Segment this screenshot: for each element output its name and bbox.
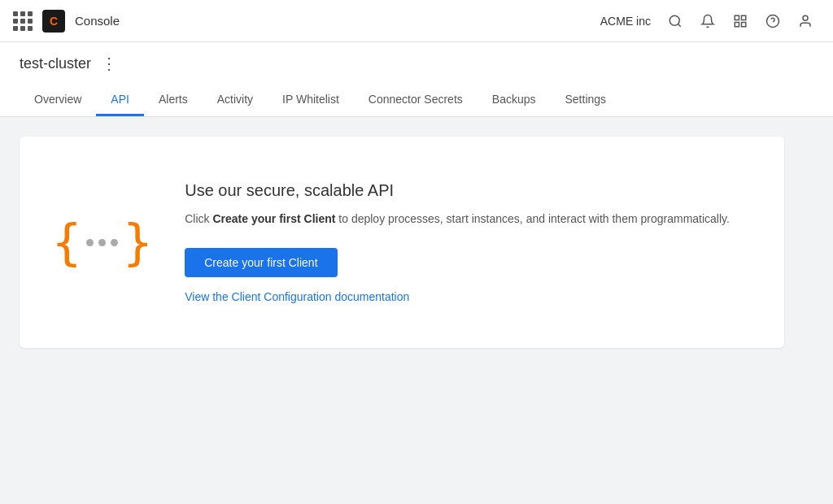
desc-suffix: to deploy processes, start instances, an… bbox=[335, 212, 730, 225]
doc-link[interactable]: View the Client Configuration documentat… bbox=[185, 290, 752, 303]
create-client-button[interactable]: Create your first Client bbox=[185, 248, 337, 277]
card-title: Use our secure, scalable API bbox=[185, 181, 752, 200]
desc-bold: Create your first Client bbox=[212, 212, 335, 225]
right-brace-icon: } bbox=[123, 218, 152, 267]
page-header: test-cluster ⋮ Overview API Alerts Activ… bbox=[0, 42, 833, 117]
topnav: C Console ACME inc bbox=[0, 0, 833, 42]
svg-point-0 bbox=[669, 15, 679, 25]
tab-settings[interactable]: Settings bbox=[551, 85, 621, 116]
more-options-button[interactable]: ⋮ bbox=[98, 52, 120, 75]
grid-menu-icon[interactable] bbox=[13, 11, 33, 31]
tab-ip-whitelist[interactable]: IP Whitelist bbox=[268, 85, 354, 116]
cluster-name: test-cluster bbox=[20, 55, 91, 72]
tab-alerts[interactable]: Alerts bbox=[144, 85, 203, 116]
svg-rect-5 bbox=[735, 22, 739, 26]
api-card: { } Use our secure, scalable API Click C… bbox=[20, 137, 784, 348]
dots-icon bbox=[86, 239, 118, 246]
svg-rect-2 bbox=[735, 15, 739, 20]
tab-activity[interactable]: Activity bbox=[203, 85, 268, 116]
app-title: Console bbox=[75, 14, 120, 28]
dashboard-button[interactable] bbox=[726, 7, 755, 36]
tab-overview[interactable]: Overview bbox=[20, 85, 96, 116]
search-button[interactable] bbox=[661, 7, 690, 36]
org-name: ACME inc bbox=[600, 15, 651, 28]
svg-rect-4 bbox=[742, 22, 746, 26]
card-description: Click Create your first Client to deploy… bbox=[185, 210, 752, 228]
desc-prefix: Click bbox=[185, 212, 212, 225]
notifications-button[interactable] bbox=[693, 7, 722, 36]
api-icon: { } bbox=[52, 218, 152, 267]
help-button[interactable] bbox=[758, 7, 787, 36]
svg-point-8 bbox=[803, 15, 808, 20]
tab-bar: Overview API Alerts Activity IP Whitelis… bbox=[20, 85, 813, 116]
tab-backups[interactable]: Backups bbox=[478, 85, 551, 116]
card-content: Use our secure, scalable API Click Creat… bbox=[185, 181, 752, 302]
tab-api[interactable]: API bbox=[96, 85, 144, 116]
left-brace-icon: { bbox=[52, 218, 81, 267]
main-content: { } Use our secure, scalable API Click C… bbox=[0, 117, 833, 504]
app-logo: C bbox=[42, 10, 65, 33]
svg-line-1 bbox=[678, 24, 680, 26]
svg-rect-3 bbox=[742, 15, 746, 20]
tab-connector-secrets[interactable]: Connector Secrets bbox=[354, 85, 478, 116]
profile-button[interactable] bbox=[791, 7, 820, 36]
